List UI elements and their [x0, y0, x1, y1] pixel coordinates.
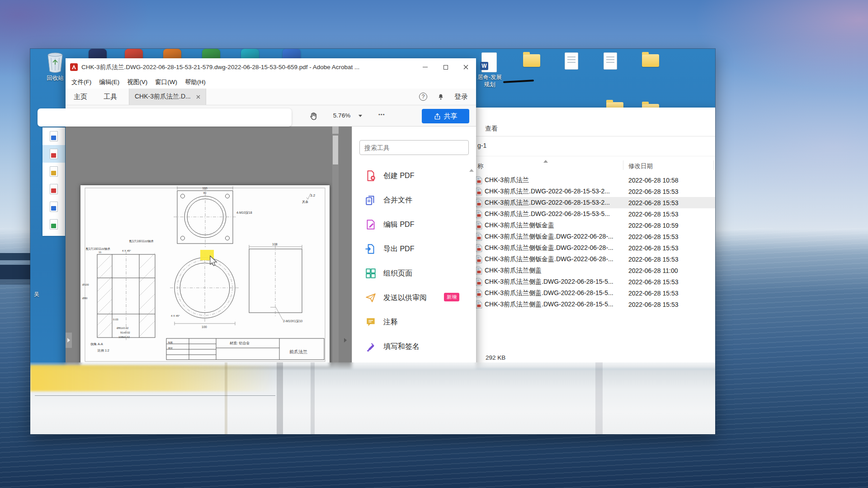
share-button[interactable]: 共享	[422, 109, 469, 123]
partial-desktop-label: 吴	[34, 291, 39, 298]
file-type-icon	[50, 219, 58, 230]
drawing-label: 材质: 铝合金	[229, 341, 250, 345]
file-icon	[476, 188, 482, 196]
menu-item-4[interactable]: 帮助(H)	[183, 78, 208, 86]
strip-file-icon-4[interactable]	[42, 198, 65, 216]
tab-tools[interactable]: 工具	[95, 93, 125, 101]
document-icon[interactable]	[565, 52, 578, 70]
file-name: CHK-3前爪法兰侧钣金盖	[485, 221, 554, 230]
drawing-label: 其余	[302, 200, 308, 204]
file-row-8[interactable]: CHK-3前爪法兰侧盖2022-06-28 11:00	[437, 265, 715, 276]
scrollbar-thumb[interactable]	[333, 136, 338, 164]
folder-icon[interactable]	[642, 54, 659, 67]
folder-icon[interactable]	[523, 54, 540, 67]
file-row-3[interactable]: CHK-3前爪法兰.DWG-2022-06-28-15-53-5...2022-…	[437, 208, 715, 220]
menu-item-3[interactable]: 窗口(W)	[153, 78, 179, 86]
file-row-5[interactable]: CHK-3前爪法兰侧钣金盖.DWG-2022-06-28-...2022-06-…	[437, 231, 715, 242]
acrobat-titlebar[interactable]: CHK-3前爪法兰.DWG-2022-06-28-15-53-21-579.dw…	[66, 58, 476, 76]
bell-icon[interactable]	[437, 93, 444, 101]
comment-icon	[365, 316, 377, 328]
file-date: 2022-06-28 15:53	[628, 199, 679, 206]
file-icon	[476, 199, 482, 207]
file-date: 2022-06-28 15:53	[628, 278, 679, 286]
column-date[interactable]: 修改日期	[628, 162, 653, 170]
tool-item-create-pdf[interactable]: 创建 PDF	[352, 164, 476, 188]
desktop: 回收站 W 居奇-发展 规划 吴 查看 g-1 称	[0, 0, 868, 488]
explorer-ribbon	[437, 121, 715, 136]
export-pdf-icon	[365, 243, 377, 255]
file-name: CHK-3前爪法兰侧钣金盖.DWG-2022-06-28-...	[485, 233, 613, 241]
tab-view[interactable]: 查看	[485, 125, 498, 133]
file-row-4[interactable]: CHK-3前爪法兰侧钣金盖2022-06-28 10:59	[437, 220, 715, 231]
recycle-bin-icon	[45, 52, 65, 73]
strip-file-icon-2[interactable]	[42, 163, 65, 180]
word-logo: W	[480, 62, 488, 70]
floating-toolbar-box	[38, 108, 292, 127]
file-row-1[interactable]: CHK-3前爪法兰.DWG-2022-06-28-15-53-2...2022-…	[437, 186, 715, 197]
zoom-level[interactable]: 5.76%	[330, 112, 354, 119]
strip-file-icon-1[interactable]	[42, 145, 65, 163]
strip-file-icon-3[interactable]	[42, 180, 65, 198]
tool-item-export-pdf[interactable]: 导出 PDF	[352, 237, 476, 261]
file-row-0[interactable]: CHK-3前爪法兰2022-06-28 10:58	[437, 174, 715, 186]
tool-item-send-review[interactable]: 发送以供审阅新增	[352, 286, 476, 310]
menu-item-2[interactable]: 视图(V)	[125, 78, 150, 86]
minimize-icon	[423, 67, 428, 67]
drawing-label: 110	[202, 187, 207, 190]
pdf-page[interactable]: 110804-M10深183.2其余配1只16011zz轴承配1只16011zz…	[80, 185, 330, 367]
menu-item-0[interactable]: 文件(F)	[69, 78, 94, 86]
file-row-9[interactable]: CHK-3前爪法兰侧盖.DWG-2022-06-28-15-5...2022-0…	[437, 276, 715, 287]
drawing-label: 2-M10X1深10	[283, 319, 302, 323]
signin-link[interactable]: 登录	[454, 93, 468, 101]
drawing-label: 100	[202, 325, 207, 328]
close-button[interactable]	[456, 58, 476, 76]
column-name[interactable]: 称	[477, 162, 484, 170]
close-icon	[463, 65, 468, 70]
file-icon	[476, 289, 482, 297]
document-icon[interactable]	[604, 52, 617, 70]
tab-document[interactable]: CHK-3前爪法兰.D...	[129, 89, 206, 105]
file-row-7[interactable]: CHK-3前爪法兰侧钣金盖.DWG-2022-06-28-...2022-06-…	[437, 253, 715, 265]
maximize-button[interactable]	[435, 58, 456, 76]
minimize-button[interactable]	[415, 58, 435, 76]
tool-item-edit-pdf[interactable]: 编辑 PDF	[352, 212, 476, 237]
strip-file-icon-5[interactable]	[42, 216, 65, 233]
right-panel-toggle[interactable]	[342, 333, 349, 348]
document-pane[interactable]: 110804-M10深183.2其余配1只16011zz轴承配1只16011zz…	[66, 127, 352, 371]
strip-file-icon-0[interactable]	[42, 127, 65, 145]
file-icon	[476, 176, 482, 184]
tool-item-comment[interactable]: 注释	[352, 310, 476, 334]
tool-item-fill-sign[interactable]: 填写和签名	[352, 334, 476, 359]
zoom-dropdown-icon[interactable]	[359, 115, 362, 117]
tool-item-organize-pages[interactable]: 组织页面	[352, 261, 476, 286]
file-icon	[476, 267, 482, 275]
edit-pdf-icon	[365, 219, 377, 230]
motion-blur-strip	[30, 362, 715, 434]
help-icon[interactable]: ?	[419, 93, 427, 101]
file-row-2[interactable]: CHK-3前爪法兰.DWG-2022-06-28-15-53-2...2022-…	[437, 197, 715, 208]
column-headers: 称 修改日期	[437, 160, 715, 172]
file-date: 2022-06-28 15:53	[628, 301, 679, 308]
tool-item-combine-files[interactable]: 合并文件	[352, 188, 476, 212]
scroll-up-button[interactable]	[332, 127, 339, 134]
left-panel-toggle[interactable]	[66, 333, 72, 348]
menu-item-1[interactable]: 编辑(E)	[97, 78, 122, 86]
sort-ascending-icon	[543, 160, 548, 163]
file-name: CHK-3前爪法兰.DWG-2022-06-28-15-53-2...	[485, 199, 610, 207]
word-document-icon[interactable]: W	[481, 52, 497, 72]
file-type-icon	[50, 184, 58, 194]
tab-home[interactable]: 主页	[66, 93, 95, 101]
file-name: CHK-3前爪法兰侧钣金盖.DWG-2022-06-28-...	[485, 255, 613, 263]
fill-sign-icon	[365, 341, 377, 352]
tab-close-icon[interactable]	[196, 95, 200, 99]
background-file-list-strip	[42, 127, 65, 236]
search-tools-input[interactable]	[359, 140, 469, 155]
tool-item-label: 组织页面	[383, 269, 412, 278]
more-tools-icon[interactable]: •••	[378, 112, 385, 117]
file-row-6[interactable]: CHK-3前爪法兰侧钣金盖.DWG-2022-06-28-...2022-06-…	[437, 242, 715, 253]
vertical-scrollbar[interactable]	[332, 127, 339, 371]
file-row-11[interactable]: CHK-3前爪法兰侧盖.DWG-2022-06-28-15-5...2022-0…	[437, 299, 715, 310]
hand-tool-icon[interactable]	[309, 111, 318, 120]
file-row-10[interactable]: CHK-3前爪法兰侧盖.DWG-2022-06-28-15-5...2022-0…	[437, 287, 715, 299]
file-explorer-window: 查看 g-1 称 修改日期 CHK-3前爪法兰2022-06-28 10:58C…	[437, 108, 715, 370]
